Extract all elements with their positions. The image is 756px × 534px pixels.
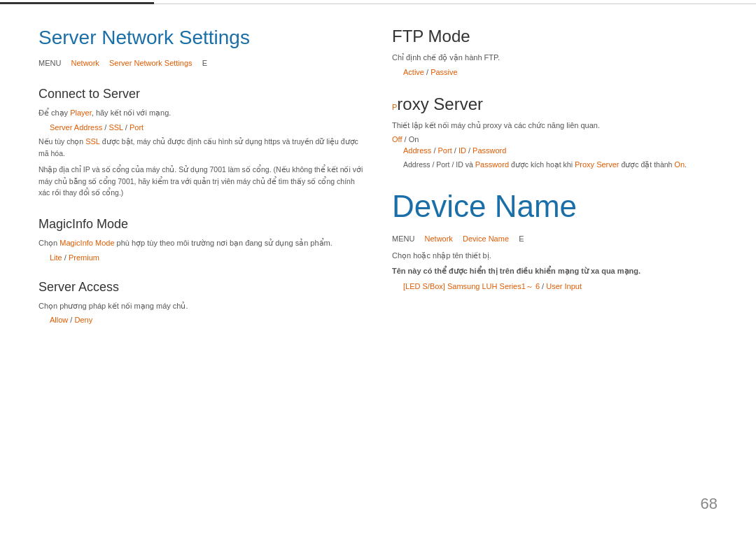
ftp-desc: Chỉ định chế độ vận hành FTP.	[392, 52, 718, 64]
password-link: Password	[472, 146, 506, 155]
ftp-links: Active / Passive	[392, 68, 718, 76]
connect-note2: Nhập địa chỉ IP và số cổng của máy chủ. …	[38, 164, 364, 199]
player-link: Player	[70, 108, 92, 117]
port-link: Port	[130, 123, 144, 132]
breadcrumb-sep2	[102, 59, 106, 67]
deny-link: Deny	[74, 316, 92, 324]
magicinfo-links: Lite / Premium	[38, 253, 364, 262]
id-link: ID	[458, 146, 466, 155]
proxy-desc: Thiết lập kết nối máy chủ proxy và các c…	[392, 120, 718, 132]
magicinfo-mode-section: MagicInfo Mode Chọn MagicInfo Mode phù h…	[38, 217, 364, 262]
device-name-title: Device Name	[392, 190, 718, 223]
on-text: On	[409, 135, 419, 143]
server-address-link: Server Address	[50, 123, 102, 132]
page-number: 68	[701, 495, 718, 513]
server-access-section: Server Access Chọn phương pháp kết nối m…	[38, 280, 364, 325]
ftp-title: FTP Mode	[392, 27, 718, 46]
breadcrumb-network[interactable]: Network	[71, 59, 99, 67]
dn-breadcrumb-end: E	[519, 234, 524, 243]
device-name-breadcrumb: MENU Network Device Name E	[392, 234, 718, 243]
breadcrumb-menu: MENU	[38, 59, 61, 67]
left-column: Server Network Settings MENU Network Ser…	[38, 20, 364, 342]
ssl-ref: SSL	[85, 137, 100, 146]
user-input-link: User Input	[546, 282, 582, 290]
dn-breadcrumb-menu: MENU	[392, 234, 414, 243]
address-link1: Address	[403, 146, 431, 155]
magicinfo-link: MagicInfo Mode	[59, 239, 114, 247]
server-access-links: Allow / Deny	[38, 316, 364, 324]
proxy-note: Address / Port / ID và Password được kíc…	[392, 159, 718, 171]
top-bar	[0, 0, 756, 4]
ssl-link: SSL	[108, 123, 122, 132]
page-title: Server Network Settings	[38, 27, 364, 49]
ftp-section: FTP Mode Chỉ định chế độ vận hành FTP. A…	[392, 27, 718, 76]
connect-links: Server Address / SSL / Port	[38, 123, 364, 132]
passive-link: Passive	[430, 68, 458, 76]
breadcrumb-sep1	[64, 59, 68, 67]
breadcrumb-sep3	[195, 59, 200, 67]
top-bar-left	[0, 2, 154, 4]
port-link1: Port	[438, 146, 452, 155]
proxy-p: P	[392, 103, 397, 111]
device-name-links: [LED S/Box] Samsung LUH Series1～ 6 / Use…	[392, 281, 718, 292]
magicinfo-mode-desc: Chọn MagicInfo Mode phù hợp tùy theo môi…	[38, 237, 364, 249]
connect-to-server-section: Connect to Server Để chạy Player, hãy kế…	[38, 87, 364, 199]
breadcrumb-server-network[interactable]: Server Network Settings	[109, 59, 192, 67]
connect-note1: Nếu tùy chọn SSL được bật, máy chủ được …	[38, 136, 364, 160]
proxy-server-ref: Proxy Server	[575, 160, 620, 169]
led-link: [LED S/Box] Samsung LUH Series1～ 6	[403, 282, 540, 290]
dn-breadcrumb-network[interactable]: Network	[425, 234, 453, 243]
dn-breadcrumb-device-name[interactable]: Device Name	[463, 234, 509, 243]
top-bar-right	[154, 3, 756, 4]
proxy-off-on: Off / On	[392, 135, 718, 143]
lite-link: Lite	[50, 253, 62, 262]
device-name-section: Device Name MENU Network Device Name E C…	[392, 190, 718, 292]
server-access-title: Server Access	[38, 280, 364, 295]
active-link: Active	[403, 68, 424, 76]
proxy-links1: Address / Port / ID / Password	[392, 146, 718, 155]
password-ref: Password	[475, 160, 509, 169]
magicinfo-mode-title: MagicInfo Mode	[38, 217, 364, 232]
proxy-title: Proxy Server	[392, 94, 718, 114]
premium-link: Premium	[69, 253, 99, 262]
breadcrumb-end: E	[202, 59, 207, 67]
allow-link: Allow	[50, 316, 68, 324]
connect-to-server-title: Connect to Server	[38, 87, 364, 101]
breadcrumb: MENU Network Server Network Settings E	[38, 59, 364, 67]
proxy-section: Proxy Server Thiết lập kết nối máy chủ p…	[392, 94, 718, 171]
connect-to-server-desc: Để chạy Player, hãy kết nối với mạng.	[38, 107, 364, 119]
server-access-desc: Chọn phương pháp kết nối mạng máy chủ.	[38, 300, 364, 312]
device-name-desc2: Tên này có thể được hiển thị trên điều k…	[392, 265, 718, 277]
device-name-desc1: Chọn hoặc nhập tên thiết bị.	[392, 250, 718, 262]
right-column: FTP Mode Chỉ định chế độ vận hành FTP. A…	[392, 20, 718, 342]
on-ref: On	[674, 160, 685, 169]
off-link: Off	[392, 135, 402, 143]
